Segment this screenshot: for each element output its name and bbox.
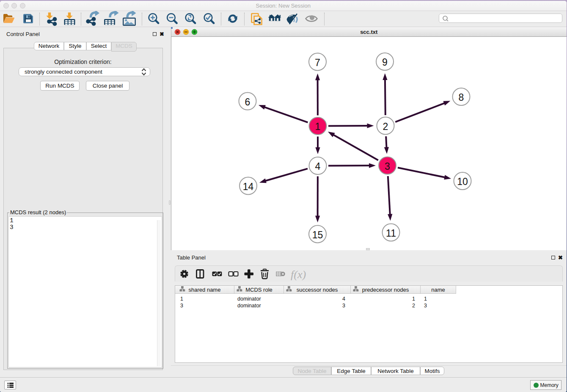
svg-text:8: 8 <box>459 92 464 103</box>
svg-text:9: 9 <box>382 57 388 68</box>
svg-text:2: 2 <box>383 121 388 132</box>
svg-text:7: 7 <box>315 57 320 68</box>
svg-text:3: 3 <box>385 161 390 172</box>
svg-text:6: 6 <box>245 97 250 108</box>
svg-text:15: 15 <box>312 229 323 240</box>
svg-text:1: 1 <box>315 121 321 132</box>
svg-text:14: 14 <box>243 181 254 192</box>
svg-text:11: 11 <box>386 228 396 239</box>
svg-text:4: 4 <box>315 161 321 172</box>
svg-text:10: 10 <box>457 176 468 187</box>
